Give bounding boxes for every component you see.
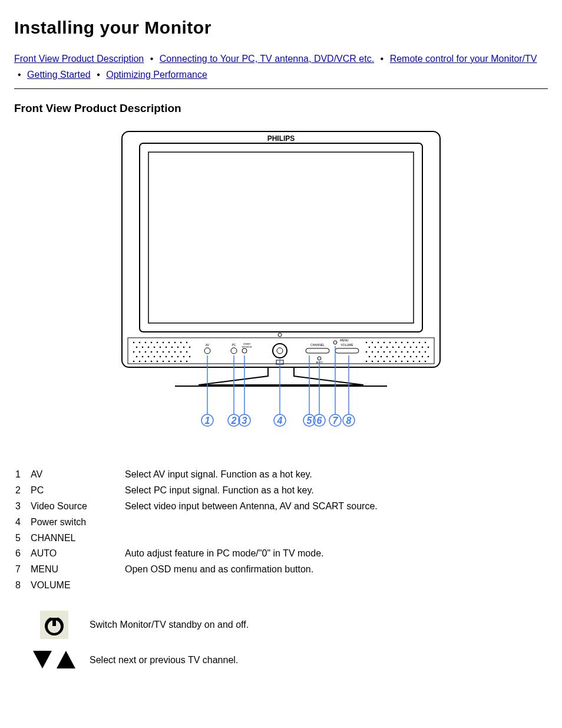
svg-point-12 [180,342,182,344]
svg-point-16 [148,347,150,348]
legend-desc [125,531,548,546]
legend-num: 3 [15,499,31,514]
legend-label: VOLUME [31,578,125,593]
product-figure: PHILIPS [116,126,446,438]
nav-front-view[interactable]: Front View Product Description [14,54,144,64]
svg-point-63 [419,342,421,344]
legend-num: 5 [15,531,31,546]
svg-point-47 [151,361,153,363]
svg-point-77 [372,351,373,353]
svg-point-66 [375,347,376,348]
svg-point-33 [186,351,188,353]
legend-row: 2PCSelect PC input signal. Function as a… [15,483,548,498]
svg-point-92 [398,356,400,358]
svg-point-9 [163,342,164,344]
nav-getting-started[interactable]: Getting Started [27,70,91,80]
legend-desc: Open OSD menu and as confirmation button… [125,562,548,577]
svg-rect-126 [335,348,359,353]
svg-point-27 [151,351,153,353]
svg-point-113 [242,348,247,353]
svg-point-13 [186,342,188,344]
svg-rect-120 [306,348,329,353]
svg-point-22 [183,347,185,348]
svg-point-5 [139,342,141,344]
svg-text:CHANNEL: CHANNEL [310,343,325,347]
svg-point-6 [145,342,147,344]
legend-num: 7 [15,562,31,577]
svg-point-7 [151,342,153,344]
nav-optimizing[interactable]: Optimizing Performance [106,70,207,80]
legend-desc [125,578,548,593]
svg-point-64 [425,342,427,344]
svg-point-70 [398,347,400,348]
svg-point-116 [273,344,287,358]
svg-point-107 [419,361,421,363]
svg-text:7: 7 [333,416,339,426]
triangles-icon [19,648,90,672]
svg-point-94 [410,356,412,358]
nav-remote-control[interactable]: Remote control for your Monitor/TV [390,54,537,64]
legend-num: 6 [15,546,31,561]
svg-point-73 [416,347,418,348]
brand-label: PHILIPS [267,134,295,143]
svg-text:2: 2 [231,416,237,426]
svg-text:MENU: MENU [340,338,349,342]
svg-point-52 [180,361,182,363]
svg-point-118 [278,333,282,337]
svg-point-41 [177,356,179,358]
svg-point-88 [375,356,376,358]
svg-rect-161 [51,615,58,618]
divider [14,88,548,89]
svg-point-50 [168,361,170,363]
svg-point-59 [395,342,397,344]
svg-point-54 [366,342,368,344]
svg-point-29 [163,351,164,353]
svg-point-10 [168,342,170,344]
legend-row: 3Video SourceSelect video input between … [15,499,548,514]
svg-point-75 [428,347,429,348]
svg-point-93 [404,356,406,358]
legend-desc: Select PC input signal. Function as a ho… [125,483,548,498]
svg-point-83 [407,351,409,353]
section-heading: Front View Product Description [14,102,548,115]
svg-point-55 [372,342,373,344]
nav-connecting[interactable]: Connecting to Your PC, TV antenna, DVD/V… [160,54,374,64]
svg-point-45 [139,361,141,363]
svg-point-40 [171,356,173,358]
svg-point-90 [386,356,388,358]
svg-point-60 [401,342,403,344]
svg-text:AV: AV [206,343,210,347]
svg-point-11 [174,342,176,344]
legend-num: 1 [15,467,31,482]
legend-label: CHANNEL [31,531,125,546]
svg-point-31 [174,351,176,353]
icon-legend: Switch Monitor/TV standby on and off. Se… [19,611,548,672]
svg-point-80 [389,351,391,353]
svg-text:3: 3 [242,416,247,426]
legend-desc: Auto adjust feature in PC mode/"0" in TV… [125,546,548,561]
svg-point-18 [160,347,161,348]
svg-point-39 [166,356,167,358]
svg-point-97 [428,356,429,358]
svg-point-35 [142,356,144,358]
svg-point-25 [139,351,141,353]
svg-point-104 [401,361,403,363]
svg-point-111 [231,348,237,354]
svg-point-15 [142,347,144,348]
nav-sep: • [381,54,384,64]
svg-point-4 [133,342,135,344]
legend-row: 4Power switch [15,515,548,530]
svg-point-43 [189,356,191,358]
legend-label: MENU [31,562,125,577]
svg-point-37 [154,356,156,358]
svg-point-67 [381,347,382,348]
svg-point-72 [410,347,412,348]
svg-text:SOURCE: SOURCE [242,345,252,348]
legend-desc: Select AV input signal. Function as a ho… [125,467,548,482]
svg-point-71 [404,347,406,348]
legend-list: 1AVSelect AV input signal. Function as a… [15,467,548,592]
svg-point-17 [154,347,156,348]
svg-point-82 [401,351,403,353]
svg-point-96 [422,356,424,358]
svg-point-103 [395,361,397,363]
